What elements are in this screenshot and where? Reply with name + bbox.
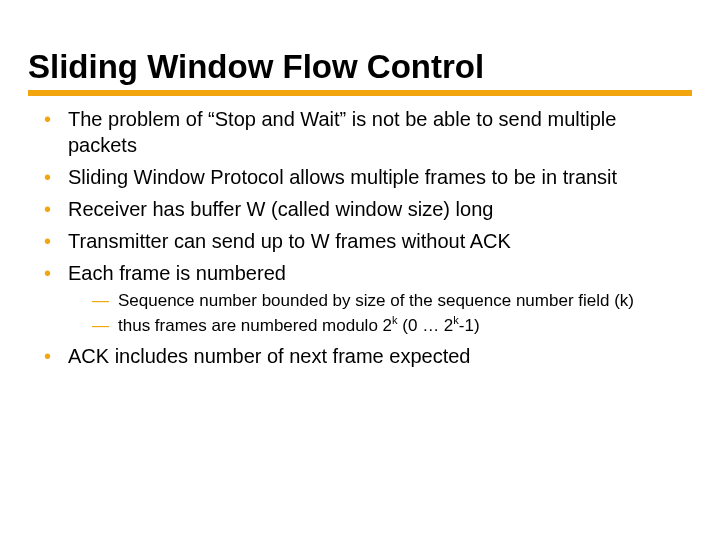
sub-bullet-text: -1) bbox=[459, 316, 480, 335]
bullet-text: Each frame is numbered bbox=[68, 262, 286, 284]
bullet-item: The problem of “Stop and Wait” is not be… bbox=[44, 106, 684, 158]
bullet-item: Each frame is numbered Sequence number b… bbox=[44, 260, 684, 337]
bullet-list: The problem of “Stop and Wait” is not be… bbox=[28, 106, 692, 369]
bullet-item: Transmitter can send up to W frames with… bbox=[44, 228, 684, 254]
slide-title: Sliding Window Flow Control bbox=[28, 48, 692, 88]
slide: Sliding Window Flow Control The problem … bbox=[0, 0, 720, 540]
bullet-item: Receiver has buffer W (called window siz… bbox=[44, 196, 684, 222]
sub-bullet-item: Sequence number bounded by size of the s… bbox=[92, 290, 684, 312]
sub-bullet-item: thus frames are numbered modulo 2k (0 … … bbox=[92, 315, 684, 337]
bullet-item: Sliding Window Protocol allows multiple … bbox=[44, 164, 684, 190]
bullet-item: ACK includes number of next frame expect… bbox=[44, 343, 684, 369]
sub-bullet-text: (0 … 2 bbox=[398, 316, 454, 335]
title-rule bbox=[28, 90, 692, 96]
sub-bullet-list: Sequence number bounded by size of the s… bbox=[68, 290, 684, 337]
sub-bullet-text: thus frames are numbered modulo 2 bbox=[118, 316, 392, 335]
